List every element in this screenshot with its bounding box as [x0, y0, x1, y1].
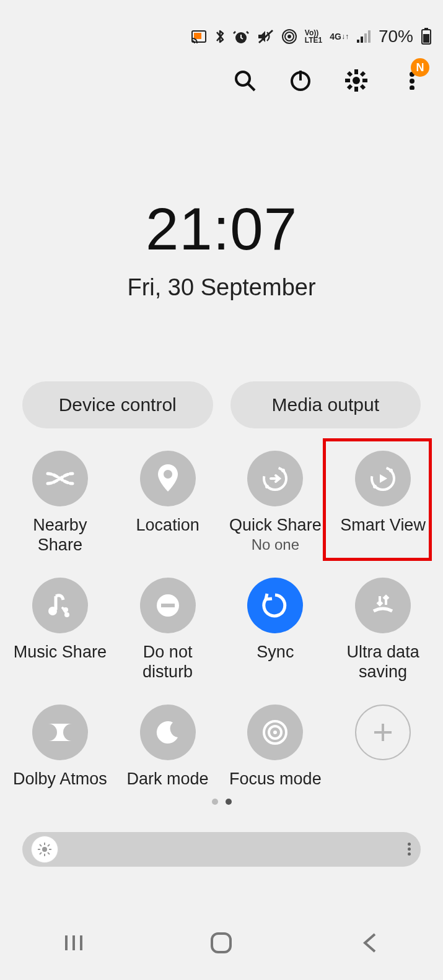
- svg-line-57: [40, 852, 42, 854]
- media-output-button[interactable]: Media output: [230, 381, 421, 428]
- svg-line-55: [40, 844, 42, 846]
- tile-dark-mode[interactable]: Dark mode: [114, 701, 222, 789]
- music-share-icon: [32, 578, 88, 633]
- svg-point-29: [410, 85, 414, 90]
- sun-icon: [37, 842, 52, 857]
- svg-rect-1: [194, 33, 201, 39]
- ultra-data-icon: [355, 578, 411, 633]
- tile-label: Smart View: [340, 515, 426, 535]
- tile-location[interactable]: Location: [114, 447, 222, 555]
- clock-time: 21:07: [0, 195, 443, 263]
- page-dot[interactable]: [226, 799, 232, 805]
- tile-label: Focus mode: [229, 769, 322, 789]
- pill-label: Media output: [272, 394, 379, 415]
- home-button[interactable]: [203, 924, 240, 961]
- tile-label: Sync: [257, 642, 294, 662]
- svg-line-56: [48, 852, 50, 854]
- tile-sublabel: No one: [252, 536, 299, 553]
- smart-view-icon: [355, 451, 411, 506]
- device-control-button[interactable]: Device control: [22, 381, 213, 428]
- svg-rect-12: [424, 28, 428, 30]
- tile-label: Music Share: [14, 642, 107, 662]
- svg-point-18: [353, 77, 360, 84]
- svg-line-26: [361, 72, 364, 76]
- search-icon: [232, 68, 257, 93]
- pill-label: Device control: [59, 394, 177, 415]
- clock-date: Fri, 30 September: [0, 274, 443, 301]
- pill-row: Device control Media output: [0, 381, 443, 428]
- dolby-icon: [32, 705, 88, 760]
- add-icon: [355, 705, 411, 760]
- recents-icon: [61, 930, 86, 955]
- page-indicator: [0, 799, 443, 805]
- tile-label: Dark mode: [127, 769, 209, 789]
- svg-point-47: [273, 731, 277, 734]
- back-icon: [359, 930, 380, 955]
- tile-add[interactable]: [329, 701, 437, 789]
- sync-icon: [247, 578, 303, 633]
- tile-label: Ultra data saving: [333, 642, 432, 682]
- svg-point-14: [236, 72, 250, 85]
- quick-share-icon: [247, 451, 303, 506]
- tile-label: Quick Share: [229, 515, 322, 535]
- svg-point-32: [281, 469, 285, 472]
- brightness-thumb[interactable]: [31, 836, 58, 863]
- svg-point-30: [164, 470, 172, 479]
- quick-settings-grid: Nearby ShareLocationQuick ShareNo oneSma…: [0, 447, 443, 789]
- clock-block: 21:07 Fri, 30 September: [0, 195, 443, 301]
- tile-nearby-share[interactable]: Nearby Share: [6, 447, 114, 555]
- power-icon: [288, 68, 313, 93]
- home-icon: [208, 930, 234, 956]
- settings-button[interactable]: [344, 68, 369, 93]
- dark-mode-icon: [140, 705, 196, 760]
- svg-point-37: [48, 607, 57, 615]
- navigation-bar: [0, 906, 443, 980]
- status-bar: Vo))LTE1 4G↓↑ 70%: [0, 0, 443, 40]
- power-button[interactable]: [288, 68, 313, 93]
- panel-action-row: N: [0, 40, 443, 93]
- svg-rect-62: [212, 934, 230, 952]
- tile-dnd[interactable]: Do not disturb: [114, 574, 222, 682]
- tile-focus-mode[interactable]: Focus mode: [222, 701, 330, 789]
- svg-line-15: [248, 84, 255, 90]
- back-button[interactable]: [351, 924, 388, 961]
- tile-dolby[interactable]: Dolby Atmos: [6, 701, 114, 789]
- svg-line-58: [48, 844, 50, 846]
- search-button[interactable]: [232, 68, 257, 93]
- focus-mode-icon: [247, 705, 303, 760]
- tile-music-share[interactable]: Music Share: [6, 574, 114, 682]
- svg-line-25: [348, 85, 351, 89]
- brightness-slider[interactable]: [22, 832, 421, 867]
- svg-rect-43: [161, 604, 175, 607]
- svg-line-23: [348, 72, 351, 76]
- tile-quick-share[interactable]: Quick ShareNo one: [222, 447, 330, 555]
- notification-badge: N: [411, 58, 429, 77]
- brightness-row: [0, 832, 443, 867]
- svg-line-24: [361, 85, 364, 89]
- tile-sync[interactable]: Sync: [222, 574, 330, 682]
- tile-smart-view[interactable]: Smart View: [329, 447, 437, 555]
- gear-icon: [344, 68, 369, 93]
- nearby-share-icon: [32, 451, 88, 506]
- tile-label: Do not disturb: [118, 642, 217, 682]
- recents-button[interactable]: [55, 924, 92, 961]
- tile-label: Nearby Share: [11, 515, 110, 555]
- tile-label: Dolby Atmos: [13, 769, 107, 789]
- svg-point-28: [410, 79, 414, 84]
- svg-point-33: [265, 485, 269, 488]
- location-icon: [140, 451, 196, 506]
- svg-point-35: [389, 469, 393, 472]
- page-dot[interactable]: [212, 799, 218, 805]
- svg-point-50: [42, 847, 47, 852]
- tile-ultra-data[interactable]: Ultra data saving: [329, 574, 437, 682]
- tile-label: Location: [136, 515, 200, 535]
- svg-point-4: [287, 35, 291, 38]
- svg-point-36: [373, 485, 377, 488]
- dnd-icon: [140, 578, 196, 633]
- brightness-menu-icon[interactable]: [408, 843, 411, 856]
